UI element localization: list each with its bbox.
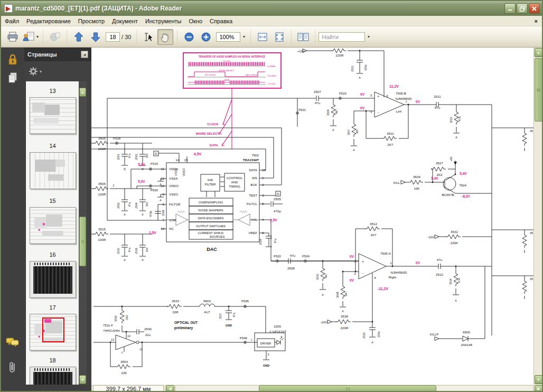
schematic-label: FIR — [208, 178, 213, 182]
schematic-label: OUTPUT SWITCHES — [196, 225, 226, 228]
schematic-label: 3505 — [98, 136, 106, 140]
schematic-label: WS — [252, 176, 257, 180]
options-gear-icon[interactable]: ▾ — [29, 67, 42, 76]
schematic-label: KILLP — [430, 333, 438, 336]
schematic-label: + — [362, 260, 364, 264]
page-number-input[interactable] — [106, 32, 120, 42]
menu-item-1[interactable]: Файл — [1, 17, 23, 25]
two-page-view-button[interactable] — [295, 29, 311, 45]
schematic-label: VSSA — [169, 176, 178, 180]
schematic-label: VOR — [169, 218, 176, 222]
schematic-label: 3532 — [451, 230, 458, 234]
share-button[interactable]: ▾ — [22, 29, 39, 45]
schematic-label: 3538 — [341, 314, 348, 318]
horizontal-scroll-thumb[interactable] — [259, 385, 436, 392]
schematic-label: 16 — [262, 168, 266, 172]
comments-panel-button[interactable] — [1, 337, 24, 348]
document-viewport[interactable]: TRANSFER OF AUDIO SAMPLES VIA SERIAL INT… — [91, 48, 533, 385]
schematic-label: A — [124, 258, 126, 262]
schematic-label: A — [142, 213, 144, 216]
zoom-in-button[interactable] — [198, 29, 214, 45]
page-count-label: / 30 — [121, 34, 131, 40]
schematic-label: 2512 — [436, 273, 443, 276]
menu-item-3[interactable]: Просмотр — [74, 17, 108, 25]
page-thumbnail[interactable] — [30, 152, 76, 189]
scroll-right-icon[interactable]: ▶ — [535, 385, 543, 392]
thumbnail-page-number: 18 — [26, 357, 79, 366]
pages-panel-button[interactable] — [1, 72, 24, 85]
schematic-label: FILTCL — [247, 202, 258, 206]
menu-item-7[interactable]: Справка — [206, 17, 236, 25]
zoom-level-select[interactable]: 100% — [216, 32, 240, 42]
menu-item-5[interactable]: Инструменты — [142, 17, 185, 25]
schematic-label: 470p — [149, 211, 152, 217]
schematic-label: F545 — [241, 299, 249, 303]
collapse-panel-button[interactable]: ◄ — [81, 51, 88, 58]
previous-page-button[interactable] — [71, 29, 87, 45]
thumbnail-scroll-thumb[interactable] — [79, 217, 86, 266]
schematic-label: 47u — [437, 258, 443, 262]
schematic-label: TRANSFER OF AUDIO SAMPLES VIA SERIAL INT… — [199, 55, 265, 58]
scroll-left-icon[interactable]: ◀ — [166, 385, 174, 392]
schematic-drawing: TRANSFER OF AUDIO SAMPLES VIA SERIAL INT… — [91, 48, 533, 385]
schematic-label: 1 — [262, 176, 264, 180]
schematic-label: 4 — [262, 218, 264, 221]
schematic-label: 47u — [435, 106, 441, 109]
schematic-label: FILTER — [205, 182, 216, 186]
schematic-label: VREF — [248, 231, 257, 235]
schematic-label: 220K — [451, 241, 458, 245]
zoom-out-button[interactable] — [181, 29, 197, 45]
schematic-label: BC557B — [442, 193, 454, 197]
fit-width-button[interactable] — [255, 29, 270, 45]
page-thumbnail[interactable] — [30, 97, 76, 134]
minimize-button[interactable] — [504, 3, 516, 14]
close-button[interactable] — [529, 3, 540, 14]
hand-tool-button[interactable] — [157, 29, 173, 45]
next-page-button[interactable] — [88, 29, 104, 45]
schematic-label: 0V — [360, 106, 365, 110]
toolbar-separator — [41, 30, 45, 44]
page-thumbnail[interactable] — [30, 207, 76, 244]
menu-item-2[interactable]: Редактирование — [23, 17, 74, 25]
schematic-label: F524 — [302, 254, 310, 258]
schematic-label: 2527 — [219, 313, 222, 319]
menu-item-6[interactable]: Окно — [185, 17, 206, 25]
schematic-label: 47u — [128, 202, 131, 207]
thumbnail-scrollbar[interactable]: ▲ ▼ — [79, 81, 87, 385]
select-tool-button[interactable] — [141, 29, 156, 45]
schematic-label: 2 — [262, 183, 264, 186]
schematic-label: 47u — [274, 239, 277, 244]
find-options-caret-icon[interactable]: ▾ — [365, 32, 372, 42]
page-thumbnail[interactable] — [30, 367, 76, 385]
schematic-label: 3550 — [114, 315, 117, 322]
zoom-caret-icon[interactable]: ▾ — [240, 32, 247, 42]
scroll-up-icon[interactable]: ▲ — [535, 48, 542, 57]
print-button[interactable] — [5, 29, 21, 45]
find-input[interactable] — [319, 32, 365, 42]
menu-item-4[interactable]: Документ — [108, 17, 142, 25]
connect-button[interactable] — [47, 29, 63, 45]
toolbar-separator — [65, 30, 69, 44]
schematic-label: 14 — [176, 158, 180, 162]
toolbar-close-icon[interactable]: × — [530, 18, 542, 24]
scroll-up-icon[interactable]: ▲ — [79, 88, 86, 97]
schematic-label: 220u — [364, 64, 367, 71]
scroll-down-icon[interactable]: ▼ — [79, 375, 86, 384]
restore-button[interactable] — [517, 3, 528, 14]
schematic-label: 11,2V — [389, 85, 399, 89]
schematic-label: A — [455, 299, 457, 302]
toolbar-separator — [289, 30, 293, 44]
page-thumbnail[interactable] — [30, 261, 76, 298]
attachments-panel-button[interactable] — [1, 360, 24, 375]
schematic-label: 2508 — [287, 266, 295, 270]
security-lock-icon[interactable] — [1, 53, 24, 67]
schematic-label: 47K — [457, 278, 461, 283]
vertical-scroll-thumb[interactable] — [535, 58, 542, 122]
vertical-scrollbar[interactable]: ▲ ▼ — [533, 48, 543, 385]
page-thumbnail[interactable] — [30, 314, 76, 351]
schematic-label: 100R — [98, 192, 106, 196]
fit-page-button[interactable] — [272, 29, 287, 45]
schematic-label: 11 — [161, 167, 165, 171]
scroll-down-icon[interactable]: ▼ — [535, 375, 542, 384]
schematic-label: 6500 — [463, 330, 470, 334]
